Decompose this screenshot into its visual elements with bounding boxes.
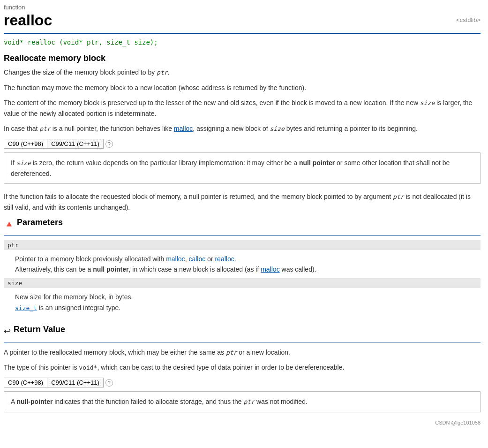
malloc-link-2[interactable]: malloc [166,255,185,263]
size-t-link[interactable]: size_t [15,304,37,311]
malloc-link-3[interactable]: malloc [261,266,279,273]
function-signature: void* realloc (void* ptr, size_t size); [4,38,480,46]
return-icon: ↩ [4,326,11,336]
tab-c90[interactable]: C90 (C++98) [4,139,47,149]
return-value-heading: Return Value [14,325,65,334]
para-1: Changes the size of the memory block poi… [4,67,480,78]
return-value-divider [4,342,480,342]
tab-group-1: C90 (C++98) C99/C11 (C++11) ? [4,139,480,149]
cstdlib-ref: <cstdlib> [456,16,480,23]
realloc-link[interactable]: realloc [215,255,234,263]
parameters-section-header: 🔺 Parameters [4,218,480,231]
para-4: In case that ptr is a null pointer, the … [4,123,480,134]
question-icon-2[interactable]: ? [105,379,113,387]
malloc-link-1[interactable]: malloc [174,125,193,132]
info-box-2: A null-pointer indicates that the functi… [4,391,480,412]
tab-c99-2[interactable]: C99/C11 (C++11) [47,378,104,387]
mid-paragraph: If the function fails to allocate the re… [4,191,480,213]
param-size: size New size for the memory block, in b… [4,278,480,317]
return-value-section-header: ↩ Return Value [4,325,480,338]
param-size-desc: New size for the memory block, in bytes.… [4,290,480,317]
question-icon-1[interactable]: ? [105,140,113,148]
page-title: realloc [4,12,52,29]
main-heading: Reallocate memory block [4,53,480,63]
parameters-heading: Parameters [17,218,63,228]
calloc-link[interactable]: calloc [188,255,205,263]
return-para-2: The type of this pointer is void*, which… [4,362,480,373]
param-ptr-name: ptr [4,240,480,250]
return-para-1: A pointer to the reallocated memory bloc… [4,347,480,358]
tab-c90-2[interactable]: C90 (C++98) [4,378,47,387]
param-size-name: size [4,278,480,288]
tab-group-2: C90 (C++98) C99/C11 (C++11) ? [4,378,480,387]
type-label: function [4,4,480,11]
param-ptr-desc: Pointer to a memory block previously all… [4,252,480,279]
param-ptr: ptr Pointer to a memory block previously… [4,240,480,279]
para-2: The function may move the memory block t… [4,83,480,93]
parameters-divider [4,235,480,235]
parameters-icon: 🔺 [4,219,14,229]
tab-c99[interactable]: C99/C11 (C++11) [47,139,104,149]
para-3: The content of the memory block is prese… [4,98,480,119]
info-box-1: If size is zero, the return value depend… [4,152,480,184]
footer-note: CSDN @lge101058 [4,420,480,425]
